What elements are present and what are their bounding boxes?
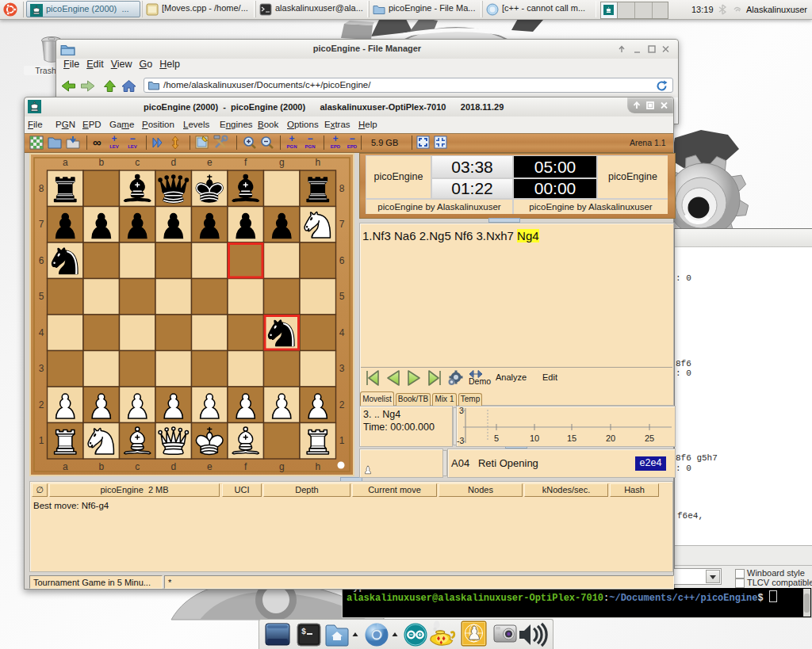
svg-text:10: 10 (530, 433, 539, 443)
svg-text:7: 7 (339, 219, 345, 230)
svg-text:2: 2 (39, 399, 44, 410)
svg-text:-3: -3 (457, 436, 464, 445)
svg-text:8: 8 (339, 183, 345, 194)
svg-text:−: − (129, 134, 135, 144)
svg-text:5.9 GB: 5.9 GB (371, 138, 398, 147)
svg-text:EPD: EPD (331, 144, 341, 149)
svg-text:Demo: Demo (469, 376, 491, 386)
svg-text:LEV: LEV (128, 144, 137, 149)
svg-text:4: 4 (39, 327, 44, 338)
svg-text:3: 3 (39, 363, 44, 374)
svg-text:g: g (279, 461, 285, 472)
svg-text:15: 15 (567, 433, 576, 443)
svg-text:−: − (349, 134, 354, 144)
svg-text:7: 7 (39, 219, 44, 230)
svg-text:d: d (170, 461, 176, 472)
svg-text:+: + (332, 134, 338, 144)
svg-text:3: 3 (339, 363, 345, 374)
svg-text:EPD: EPD (347, 144, 358, 149)
svg-text:h: h (315, 157, 320, 168)
svg-text:$: $ (301, 628, 306, 636)
svg-text:c: c (135, 157, 140, 168)
svg-text:PGN: PGN (304, 144, 315, 149)
svg-text:3: 3 (459, 407, 464, 415)
svg-text:b: b (98, 157, 104, 168)
svg-text:8: 8 (39, 183, 44, 194)
svg-text:e: e (207, 157, 213, 168)
svg-text:a: a (63, 461, 68, 472)
svg-text:e: e (207, 461, 213, 472)
svg-text:5: 5 (339, 291, 345, 302)
svg-text:5: 5 (39, 291, 44, 302)
svg-text:1: 1 (339, 435, 345, 446)
svg-text:+: + (289, 134, 294, 144)
svg-text:2: 2 (339, 399, 345, 410)
svg-text:c: c (135, 461, 140, 472)
svg-text:a: a (63, 157, 68, 168)
svg-text:Analyze: Analyze (496, 372, 527, 382)
svg-text:Arena 1.1: Arena 1.1 (630, 138, 666, 147)
svg-text:LEV: LEV (109, 144, 119, 149)
svg-text:4: 4 (339, 327, 345, 338)
svg-text:20: 20 (606, 433, 615, 443)
svg-text:6: 6 (39, 255, 44, 266)
svg-text:−: − (307, 134, 312, 144)
svg-text:5: 5 (494, 433, 499, 443)
svg-text:1: 1 (39, 435, 44, 446)
svg-text:6: 6 (339, 255, 345, 266)
svg-text:25: 25 (645, 433, 654, 443)
svg-text:∞: ∞ (93, 136, 102, 149)
svg-text:PGN: PGN (286, 144, 297, 149)
svg-text:g: g (279, 157, 285, 168)
svg-text:b: b (98, 461, 104, 472)
svg-text:+: + (111, 134, 117, 144)
svg-text:h: h (315, 461, 320, 472)
svg-text:d: d (170, 157, 176, 168)
svg-text:Edit: Edit (542, 372, 557, 382)
